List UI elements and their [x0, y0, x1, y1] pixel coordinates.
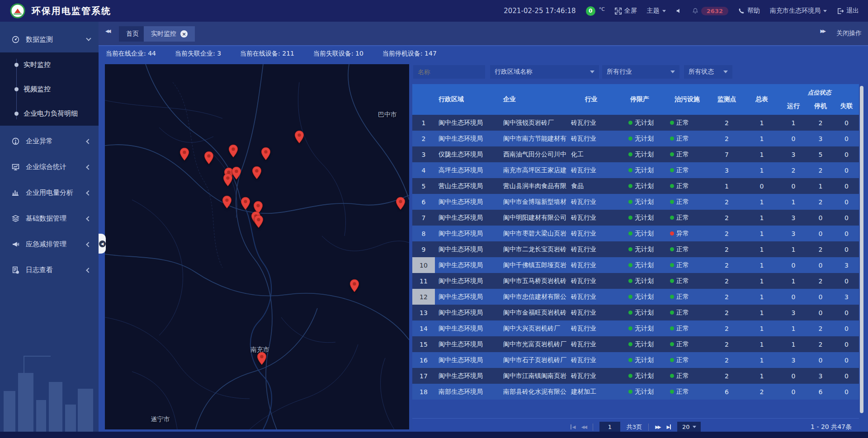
table-row[interactable]: 2 阆中生态环境局 阆中市南方节能建材有 砖瓦行业 无计划 正常 2 1 0 3…: [412, 131, 859, 146]
cell-meters: 1: [744, 194, 780, 210]
notification-badge[interactable]: 2632: [692, 7, 728, 15]
status-dot-icon: [628, 247, 632, 251]
table-row[interactable]: 14 阆中生态环境局 阆中大兴页岩机砖厂 砖瓦行业 无计划 正常 2 1 1 2…: [412, 320, 859, 336]
cell-lost: 0: [834, 305, 859, 320]
sidebar-group-power-analysis[interactable]: 企业用电量分析: [0, 180, 99, 206]
map-marker-pin[interactable]: [254, 215, 264, 228]
sidebar-collapse-handle[interactable]: ◀: [99, 234, 106, 254]
tab-realtime-monitor[interactable]: 实时监控 ×: [144, 26, 195, 42]
cell-region: 高坪生态环境局: [435, 162, 500, 178]
table-row[interactable]: 17 阆中生态环境局 阆中市江南镇阆南页岩 砖瓦行业 无计划 正常 2 1 0 …: [412, 368, 859, 384]
table-row[interactable]: 13 阆中生态环境局 阆中市金福旺页岩机砖 砖瓦行业 无计划 正常 2 1 3 …: [412, 305, 859, 320]
table-row[interactable]: 15 阆中生态环境局 阆中市光富页岩机砖厂 砖瓦行业 无计划 正常 2 1 1 …: [412, 336, 859, 352]
sidebar-group-enterprise-stats[interactable]: 企业综合统计: [0, 154, 99, 180]
sidebar-group-label: 基础数据管理: [26, 214, 87, 223]
status-dot-icon: [628, 342, 632, 346]
tab-close-icon[interactable]: ×: [180, 30, 188, 38]
logout-button[interactable]: 退出: [837, 7, 859, 15]
app-logo-icon: [10, 3, 25, 19]
map-marker-pin[interactable]: [223, 173, 233, 187]
map-marker-pin[interactable]: [294, 130, 304, 144]
table-row[interactable]: 8 阆中生态环境局 阆中市枣碧大梁山页岩 砖瓦行业 无计划 异常 2 1 3 0…: [412, 226, 859, 241]
name-search-input[interactable]: [413, 65, 485, 79]
table-row[interactable]: 18 南部生态环境局 南部县砖化水泥有限公 建材加工 无计划 正常 6 2 0 …: [412, 384, 859, 400]
sidebar-item-realtime-monitor[interactable]: 实时监控: [0, 52, 99, 77]
table-row[interactable]: 16 阆中生态环境局 阆中市石子页岩机砖厂 砖瓦行业 无计划 正常 2 1 3 …: [412, 352, 859, 368]
tabs-scroll-right-icon[interactable]: ▶▶: [821, 28, 825, 33]
prev-page-icon[interactable]: ◀◀: [581, 425, 586, 429]
table-row[interactable]: 10 阆中生态环境局 阆中千佛镇五郎垭页岩 砖瓦行业 无计划 正常 2 1 0 …: [412, 257, 859, 273]
map-marker-pin[interactable]: [179, 147, 189, 161]
sidebar-group-emergency[interactable]: 应急减排管理: [0, 231, 99, 257]
cell-company: 阆中市南方节能建材有: [500, 131, 567, 146]
cell-company: 西南油气田分公司川中: [500, 146, 567, 162]
page-number-input[interactable]: 1: [599, 422, 620, 433]
layers-icon: [12, 215, 19, 222]
datetime: 2021-02-25 17:46:18: [504, 7, 576, 15]
page-size-select[interactable]: 20: [677, 422, 701, 433]
fullscreen-button[interactable]: 全屏: [615, 7, 637, 15]
map-marker-pin[interactable]: [241, 197, 250, 210]
map-marker-pin[interactable]: [222, 195, 232, 209]
tabs-scroll-left-icon[interactable]: ◀◀: [105, 28, 109, 33]
chevron-left-icon: [86, 216, 91, 221]
table-row[interactable]: 12 阆中生态环境局 阆中市忠信建材有限公 砖瓦行业 无计划 正常 2 1 0 …: [412, 289, 859, 305]
table-row[interactable]: 5 营山生态环境局 营山县润丰肉食品有限 食品 无计划 正常 1 0 0 1 0: [412, 178, 859, 194]
sidebar-group-data-monitor[interactable]: 数据监测: [0, 26, 99, 52]
sidebar-group-logs[interactable]: 日志查看: [0, 257, 99, 283]
chevron-left-icon: [86, 268, 91, 273]
mute-button[interactable]: [676, 8, 682, 14]
tab-home[interactable]: 首页: [119, 26, 146, 42]
table-row[interactable]: 1 阆中生态环境局 阆中强锐页岩砖厂 砖瓦行业 无计划 正常 2 1 1 2 0: [412, 115, 859, 131]
table-scrollbar[interactable]: [860, 86, 863, 413]
region-select[interactable]: 行政区域名称: [490, 65, 599, 79]
close-operations-button[interactable]: 关闭操作: [836, 29, 862, 38]
last-page-icon[interactable]: ▶: [667, 425, 671, 429]
map-marker-pin[interactable]: [261, 147, 271, 160]
sidebar-item-power-load-detail[interactable]: 企业电力负荷明细: [0, 101, 99, 126]
status-dot-icon: [670, 184, 674, 188]
map-marker-pin[interactable]: [204, 151, 214, 165]
theme-dropdown[interactable]: 主题: [647, 7, 666, 15]
industry-select[interactable]: 所有行业: [602, 65, 679, 79]
help-button[interactable]: 帮助: [738, 7, 760, 15]
cell-limit: 无计划: [615, 146, 665, 162]
map-marker-pin[interactable]: [349, 279, 359, 292]
map-marker-pin[interactable]: [257, 352, 267, 365]
page-size-value: 20: [682, 424, 690, 430]
table-row[interactable]: 4 高坪生态环境局 南充市高坪区王家店建 砖瓦行业 无计划 正常 3 1 2 2…: [412, 162, 859, 178]
notification-count: 2632: [701, 7, 728, 15]
map-canvas[interactable]: 巴中市南充市遂宁市: [105, 64, 409, 429]
cell-limit: 无计划: [615, 305, 665, 320]
map-marker-pin[interactable]: [252, 166, 262, 179]
sidebar-group-base-data[interactable]: 基础数据管理: [0, 206, 99, 231]
cell-limit: 无计划: [615, 162, 665, 178]
table-row[interactable]: 7 阆中生态环境局 阆中明阳建材有限公司 砖瓦行业 无计划 正常 2 1 3 0…: [412, 210, 859, 226]
cell-industry: 建材加工: [567, 384, 615, 400]
map-marker-pin[interactable]: [228, 144, 238, 158]
table-row[interactable]: 9 阆中生态环境局 阆中市二龙长宝页岩砖 砖瓦行业 无计划 正常 2 1 1 2…: [412, 241, 859, 257]
map-marker-pin[interactable]: [396, 197, 406, 210]
row-index: 10: [412, 257, 435, 273]
table-row[interactable]: 3 仪陇生态环境局 西南油气田分公司川中 化工 无计划 正常 7 1 3 5 0: [412, 146, 859, 162]
stat-item: 当前失联设备: 10: [313, 50, 363, 58]
first-page-icon[interactable]: ◀: [571, 425, 575, 429]
cell-lost: 0: [834, 178, 859, 194]
org-dropdown[interactable]: 南充市生态环境局: [770, 7, 827, 15]
col-header-lost: 失联: [834, 98, 859, 115]
table-row[interactable]: 11 阆中生态环境局 阆中市五马桥页岩机砖 砖瓦行业 无计划 正常 2 1 1 …: [412, 273, 859, 289]
status-select[interactable]: 所有状态: [684, 65, 732, 79]
sidebar-group-label: 企业用电量分析: [26, 188, 87, 197]
next-page-icon[interactable]: ▶▶: [655, 425, 660, 429]
cell-company: 阆中强锐页岩砖厂: [500, 115, 567, 131]
cell-industry: 食品: [567, 178, 615, 194]
sidebar-item-video-monitor[interactable]: 视频监控: [0, 77, 99, 101]
total-pages-label: 共3页: [627, 423, 642, 431]
table-row[interactable]: 6 阆中生态环境局 阆中市金博瑞新型墙材 砖瓦行业 无计划 正常 2 1 1 2…: [412, 194, 859, 210]
tab-label: 实时监控: [151, 30, 176, 38]
sidebar-group-enterprise-abnormal[interactable]: 企业异常: [0, 128, 99, 154]
map-marker-pin[interactable]: [231, 166, 241, 180]
cell-stop: 2: [807, 273, 834, 289]
cell-run: 0: [780, 368, 807, 384]
cell-region: 阆中生态环境局: [435, 226, 500, 241]
